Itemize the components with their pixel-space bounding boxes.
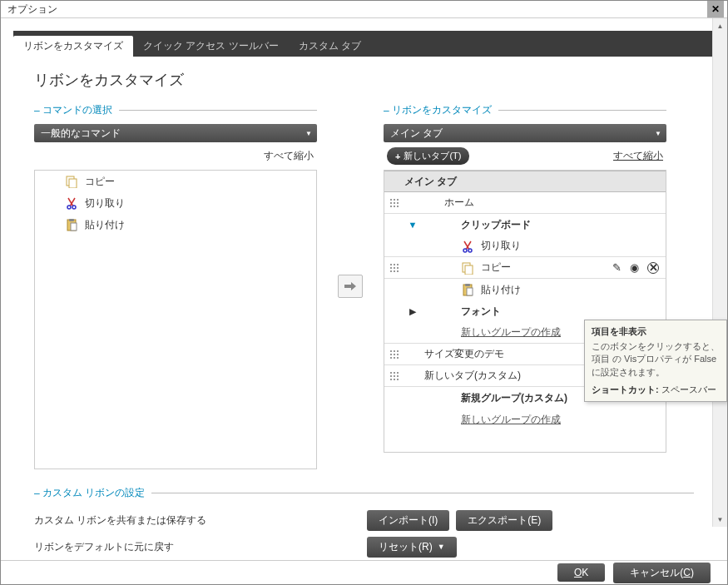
ribbon-section-label: リボンをカスタマイズ [392,103,492,117]
grip-icon[interactable] [384,344,404,364]
ribbon-section-header: – リボンをカスタマイズ [384,103,666,117]
import-button[interactable]: インポート(I) [367,510,449,531]
ok-button[interactable]: OK [557,563,605,582]
tree-link-label: 新しいグループの作成 [421,325,561,340]
tab-custom-tab[interactable]: カスタム タブ [289,36,371,57]
cancel-button-key: C [683,567,691,578]
tree-node-label: フォント [421,305,501,319]
cut-icon [461,240,474,253]
tree-new-group-link-2[interactable]: 新しいグループの作成 [384,409,666,430]
tree-group-header: メイン タブ [384,171,666,192]
tab-quick-access[interactable]: クイック アクセス ツールバー [133,36,289,57]
tree-node-label: ホーム [404,196,474,210]
svg-point-11 [463,249,467,252]
tree-node-label: 新しいタブ(カスタム) [404,369,521,383]
command-label: 切り取り [85,196,125,211]
svg-rect-17 [467,288,473,295]
tree-node-cut[interactable]: 切り取り [384,235,666,257]
ribbon-collapse-all[interactable]: すべて縮小 [613,149,663,163]
tooltip-shortcut: ショートカット: スペースバー [592,384,720,396]
edit-icon[interactable]: ✎ [612,261,622,274]
svg-rect-16 [465,284,470,286]
command-label: コピー [85,175,115,189]
grip-icon[interactable] [384,257,404,278]
copy-icon [461,261,474,275]
new-tab-button[interactable]: + 新しいタブ(T) [387,147,469,165]
scroll-track[interactable] [713,33,727,512]
tree-group-header-label: メイン タブ [404,175,457,189]
tooltip-title: 項目を非表示 [592,325,720,338]
tree-node-home[interactable]: ホーム [384,192,666,214]
collapse-icon[interactable]: ▼ [404,220,421,230]
ribbon-tree: メイン タブ ホーム ▼ クリップボード [384,170,666,453]
commands-section-label: コマンドの選択 [42,103,112,117]
window-title: オプション [4,2,707,17]
ribbon-dropdown[interactable]: メイン タブ [384,124,666,142]
grip-icon[interactable] [384,365,404,386]
tooltip-hide-item: 項目を非表示 このボタンをクリックすると、項目 の Visプロパティが Fals… [584,320,727,402]
cut-icon [65,196,78,210]
options-dialog: オプション ✕ リボンをカスタマイズ クイック アクセス ツールバー カスタム … [0,0,728,585]
tree-node-label: 新規グループ(カスタム) [421,391,567,405]
tree-node-label: コピー [481,260,511,275]
command-item-cut[interactable]: 切り取り [35,192,316,214]
reset-button[interactable]: リセット(R)▼ [367,537,457,558]
commands-dropdown-label: 一般的なコマンド [41,126,121,141]
move-right-button[interactable] [338,275,363,298]
svg-point-4 [67,206,71,209]
commands-dropdown[interactable]: 一般的なコマンド [34,124,317,142]
cancel-button-post: ) [691,567,694,578]
svg-point-12 [468,249,472,252]
export-button[interactable]: エクスポート(E) [456,510,552,531]
share-save-label: カスタム リボンを共有または保存する [34,513,367,528]
content-area: リボンをカスタマイズ – コマンドの選択 一般的なコマンド すべて縮小 [1,57,727,560]
commands-collapse-all[interactable]: すべて縮小 [37,149,314,163]
vertical-scrollbar[interactable]: ▲ ▼ [712,18,727,527]
tree-node-label: 切り取り [481,239,521,253]
scroll-down-icon[interactable]: ▼ [713,512,727,527]
grip-icon[interactable] [384,192,404,213]
tree-node-label: クリップボード [421,218,531,232]
plus-icon: + [395,151,400,161]
tree-node-label: サイズ変更のデモ [404,347,504,361]
paste-icon [65,218,78,231]
titlebar: オプション ✕ [1,1,727,18]
expand-icon[interactable]: ▶ [404,306,421,317]
command-item-copy[interactable]: コピー [35,171,316,192]
svg-point-5 [72,206,76,209]
caret-down-icon: ▼ [438,543,445,551]
page-title: リボンをカスタマイズ [34,70,694,90]
ribbon-column: – リボンをカスタマイズ メイン タブ + 新しいタブ(T) すべて縮小 [384,103,666,469]
commands-section-header: – コマンドの選択 [34,103,317,117]
cancel-button[interactable]: キャンセル(C) [613,563,711,583]
tab-customize-ribbon[interactable]: リボンをカスタマイズ [13,36,133,57]
settings-section-header: – カスタム リボンの設定 [34,486,694,500]
scroll-up-icon[interactable]: ▲ [713,18,727,33]
middle-column [317,103,384,469]
ribbon-dropdown-label: メイン タブ [390,126,443,141]
tree-node-paste[interactable]: 貼り付け [384,279,666,300]
command-item-paste[interactable]: 貼り付け [35,214,316,235]
svg-rect-14 [465,265,473,275]
close-button[interactable]: ✕ [707,1,724,17]
tooltip-shortcut-value: スペースバー [661,384,716,394]
tree-node-copy[interactable]: コピー ✎ ◉ ✕ [384,257,666,279]
commands-column: – コマンドの選択 一般的なコマンド すべて縮小 コピー [34,103,317,469]
delete-icon[interactable]: ✕ [647,261,659,274]
custom-ribbon-settings: – カスタム リボンの設定 カスタム リボンを共有または保存する インポート(I… [34,486,694,560]
settings-section-label: カスタム リボンの設定 [42,486,145,500]
tab-bar: リボンをカスタマイズ クイック アクセス ツールバー カスタム タブ [13,31,715,57]
tooltip-body: このボタンをクリックすると、項目 の Visプロパティが False に設定され… [592,340,720,379]
cancel-button-pre: キャンセル( [630,567,683,578]
command-label: 貼り付け [85,218,125,232]
tree-node-label: 貼り付け [481,283,521,297]
reset-label: リボンをデフォルトに元に戻す [34,540,367,554]
tree-node-clipboard[interactable]: ▼ クリップボード [384,214,666,235]
commands-list: コピー 切り取り 貼り付け [34,170,317,469]
import-button-label: インポート(I) [379,513,438,528]
svg-rect-8 [71,223,77,231]
svg-rect-1 [69,179,77,188]
export-button-label: エクスポート(E) [468,513,541,528]
tooltip-shortcut-label: ショートカット: [592,384,659,394]
visibility-icon[interactable]: ◉ [630,261,639,274]
